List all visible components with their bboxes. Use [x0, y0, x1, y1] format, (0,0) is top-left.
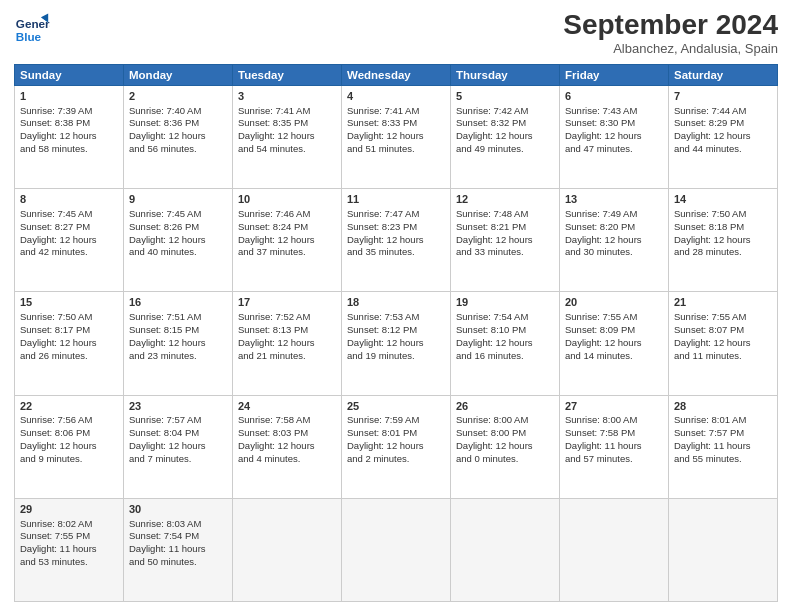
sunset-text: Sunset: 8:23 PM	[347, 221, 445, 234]
sunset-text: Sunset: 8:13 PM	[238, 324, 336, 337]
calendar-header-row: Sunday Monday Tuesday Wednesday Thursday…	[15, 64, 778, 85]
day-detail: Sunrise: 7:48 AMSunset: 8:21 PMDaylight:…	[456, 208, 554, 259]
day-detail: Sunrise: 7:41 AMSunset: 8:35 PMDaylight:…	[238, 105, 336, 156]
day-number: 12	[456, 192, 554, 207]
day-detail: Sunrise: 8:02 AMSunset: 7:55 PMDaylight:…	[20, 518, 118, 569]
day-number: 21	[674, 295, 772, 310]
calendar-cell: 8Sunrise: 7:45 AMSunset: 8:27 PMDaylight…	[15, 189, 124, 292]
sunset-text: Sunset: 7:55 PM	[20, 530, 118, 543]
sunset-text: Sunset: 8:21 PM	[456, 221, 554, 234]
calendar-cell: 20Sunrise: 7:55 AMSunset: 8:09 PMDayligh…	[560, 292, 669, 395]
sunset-text: Sunset: 8:17 PM	[20, 324, 118, 337]
calendar-cell: 9Sunrise: 7:45 AMSunset: 8:26 PMDaylight…	[124, 189, 233, 292]
daylight-text: and 56 minutes.	[129, 143, 227, 156]
day-number: 30	[129, 502, 227, 517]
day-detail: Sunrise: 8:00 AMSunset: 7:58 PMDaylight:…	[565, 414, 663, 465]
day-number: 20	[565, 295, 663, 310]
daylight-text: Daylight: 12 hours	[565, 337, 663, 350]
daylight-text: and 58 minutes.	[20, 143, 118, 156]
daylight-text: and 54 minutes.	[238, 143, 336, 156]
day-detail: Sunrise: 7:42 AMSunset: 8:32 PMDaylight:…	[456, 105, 554, 156]
daylight-text: and 0 minutes.	[456, 453, 554, 466]
calendar-cell: 12Sunrise: 7:48 AMSunset: 8:21 PMDayligh…	[451, 189, 560, 292]
daylight-text: and 21 minutes.	[238, 350, 336, 363]
sunset-text: Sunset: 8:01 PM	[347, 427, 445, 440]
daylight-text: Daylight: 12 hours	[238, 337, 336, 350]
daylight-text: Daylight: 12 hours	[347, 234, 445, 247]
daylight-text: and 55 minutes.	[674, 453, 772, 466]
sunrise-text: Sunrise: 7:48 AM	[456, 208, 554, 221]
sunset-text: Sunset: 8:35 PM	[238, 117, 336, 130]
calendar-cell: 29Sunrise: 8:02 AMSunset: 7:55 PMDayligh…	[15, 498, 124, 601]
daylight-text: and 50 minutes.	[129, 556, 227, 569]
daylight-text: and 9 minutes.	[20, 453, 118, 466]
day-number: 25	[347, 399, 445, 414]
calendar-cell: 3Sunrise: 7:41 AMSunset: 8:35 PMDaylight…	[233, 85, 342, 188]
sunset-text: Sunset: 7:57 PM	[674, 427, 772, 440]
daylight-text: and 49 minutes.	[456, 143, 554, 156]
day-number: 16	[129, 295, 227, 310]
calendar-cell: 14Sunrise: 7:50 AMSunset: 8:18 PMDayligh…	[669, 189, 778, 292]
month-title: September 2024	[563, 10, 778, 41]
sunset-text: Sunset: 8:24 PM	[238, 221, 336, 234]
daylight-text: Daylight: 12 hours	[456, 234, 554, 247]
daylight-text: and 35 minutes.	[347, 246, 445, 259]
daylight-text: Daylight: 11 hours	[674, 440, 772, 453]
sunrise-text: Sunrise: 7:42 AM	[456, 105, 554, 118]
col-thursday: Thursday	[451, 64, 560, 85]
sunset-text: Sunset: 8:33 PM	[347, 117, 445, 130]
calendar-cell: 19Sunrise: 7:54 AMSunset: 8:10 PMDayligh…	[451, 292, 560, 395]
daylight-text: Daylight: 12 hours	[20, 440, 118, 453]
sunrise-text: Sunrise: 7:52 AM	[238, 311, 336, 324]
calendar-table: Sunday Monday Tuesday Wednesday Thursday…	[14, 64, 778, 602]
day-number: 4	[347, 89, 445, 104]
calendar-cell: 26Sunrise: 8:00 AMSunset: 8:00 PMDayligh…	[451, 395, 560, 498]
sunrise-text: Sunrise: 7:57 AM	[129, 414, 227, 427]
page: General Blue September 2024 Albanchez, A…	[0, 0, 792, 612]
day-detail: Sunrise: 7:45 AMSunset: 8:27 PMDaylight:…	[20, 208, 118, 259]
sunset-text: Sunset: 8:20 PM	[565, 221, 663, 234]
daylight-text: and 44 minutes.	[674, 143, 772, 156]
header: General Blue September 2024 Albanchez, A…	[14, 10, 778, 56]
sunrise-text: Sunrise: 7:43 AM	[565, 105, 663, 118]
calendar-cell: 25Sunrise: 7:59 AMSunset: 8:01 PMDayligh…	[342, 395, 451, 498]
day-number: 29	[20, 502, 118, 517]
calendar-cell: 28Sunrise: 8:01 AMSunset: 7:57 PMDayligh…	[669, 395, 778, 498]
col-tuesday: Tuesday	[233, 64, 342, 85]
calendar-cell	[233, 498, 342, 601]
calendar-cell: 24Sunrise: 7:58 AMSunset: 8:03 PMDayligh…	[233, 395, 342, 498]
sunrise-text: Sunrise: 7:44 AM	[674, 105, 772, 118]
calendar-week-3: 15Sunrise: 7:50 AMSunset: 8:17 PMDayligh…	[15, 292, 778, 395]
day-detail: Sunrise: 8:03 AMSunset: 7:54 PMDaylight:…	[129, 518, 227, 569]
daylight-text: Daylight: 12 hours	[456, 440, 554, 453]
calendar-cell: 7Sunrise: 7:44 AMSunset: 8:29 PMDaylight…	[669, 85, 778, 188]
day-number: 10	[238, 192, 336, 207]
col-sunday: Sunday	[15, 64, 124, 85]
logo: General Blue	[14, 10, 50, 46]
day-number: 11	[347, 192, 445, 207]
sunset-text: Sunset: 8:38 PM	[20, 117, 118, 130]
daylight-text: Daylight: 12 hours	[238, 440, 336, 453]
day-number: 24	[238, 399, 336, 414]
day-number: 8	[20, 192, 118, 207]
calendar-week-5: 29Sunrise: 8:02 AMSunset: 7:55 PMDayligh…	[15, 498, 778, 601]
daylight-text: Daylight: 11 hours	[20, 543, 118, 556]
daylight-text: and 30 minutes.	[565, 246, 663, 259]
calendar-cell: 10Sunrise: 7:46 AMSunset: 8:24 PMDayligh…	[233, 189, 342, 292]
logo-icon: General Blue	[14, 10, 50, 46]
day-number: 18	[347, 295, 445, 310]
daylight-text: and 14 minutes.	[565, 350, 663, 363]
daylight-text: and 28 minutes.	[674, 246, 772, 259]
day-number: 3	[238, 89, 336, 104]
calendar-cell: 21Sunrise: 7:55 AMSunset: 8:07 PMDayligh…	[669, 292, 778, 395]
daylight-text: Daylight: 12 hours	[347, 130, 445, 143]
sunrise-text: Sunrise: 7:41 AM	[238, 105, 336, 118]
day-detail: Sunrise: 7:41 AMSunset: 8:33 PMDaylight:…	[347, 105, 445, 156]
daylight-text: Daylight: 12 hours	[238, 234, 336, 247]
sunrise-text: Sunrise: 7:41 AM	[347, 105, 445, 118]
calendar-cell: 6Sunrise: 7:43 AMSunset: 8:30 PMDaylight…	[560, 85, 669, 188]
daylight-text: and 16 minutes.	[456, 350, 554, 363]
daylight-text: and 53 minutes.	[20, 556, 118, 569]
day-detail: Sunrise: 7:47 AMSunset: 8:23 PMDaylight:…	[347, 208, 445, 259]
daylight-text: and 11 minutes.	[674, 350, 772, 363]
